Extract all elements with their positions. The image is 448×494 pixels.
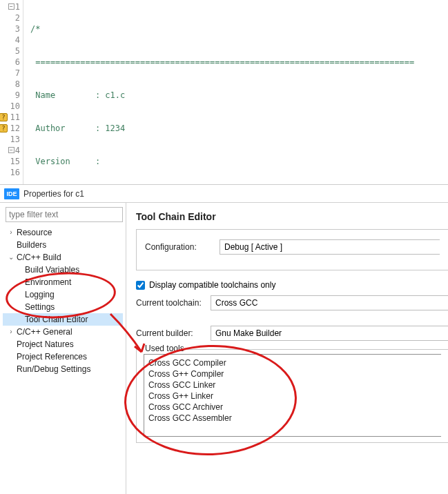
fold-icon[interactable]: − bbox=[8, 3, 14, 10]
tree-item-ccbuild[interactable]: ⌄C/C++ Build bbox=[3, 251, 123, 264]
tree-item-rundebug[interactable]: Run/Debug Settings bbox=[3, 363, 123, 375]
fold-icon[interactable]: − bbox=[8, 147, 14, 153]
page-title: Tool Chain Editor bbox=[136, 211, 448, 222]
tree-item-builders[interactable]: Builders bbox=[3, 239, 123, 251]
list-item[interactable]: Cross G++ Compiler bbox=[148, 368, 437, 379]
ide-icon: IDE bbox=[4, 188, 19, 199]
chevron-down-icon: ⌄ bbox=[7, 251, 15, 264]
filter-input[interactable] bbox=[6, 207, 123, 222]
chevron-right-icon: › bbox=[7, 226, 15, 239]
code-editor[interactable]: −1 2 3 4 5 6 7 8 9 10 ?11 ?12 13 −14 15 … bbox=[0, 0, 448, 185]
warning-icon[interactable]: ? bbox=[0, 113, 8, 121]
list-item[interactable]: Cross GCC Archiver bbox=[148, 402, 437, 413]
tree-item-toolchain-editor[interactable]: Tool Chain Editor bbox=[3, 313, 123, 326]
list-item[interactable]: Cross GCC Assembler bbox=[148, 413, 437, 424]
toolchain-editor-pane: Tool Chain Editor Configuration: Debug [… bbox=[126, 203, 448, 494]
list-item[interactable]: Cross GCC Linker bbox=[148, 379, 437, 391]
current-toolchain-label: Current toolchain: bbox=[136, 298, 211, 308]
tree-item-project-natures[interactable]: Project Natures bbox=[3, 338, 123, 350]
configuration-select[interactable]: Debug [ Active ] bbox=[220, 239, 440, 255]
list-item[interactable]: Cross GCC Compiler bbox=[148, 357, 437, 368]
used-tools-group: Used tools Cross GCC Compiler Cross G++ … bbox=[136, 349, 448, 443]
current-builder-label: Current builder: bbox=[136, 328, 211, 338]
properties-tree-pane: ›Resource Builders ⌄C/C++ Build Build Va… bbox=[0, 203, 126, 494]
compat-toolchains-label: Display compatible toolchains only bbox=[149, 280, 275, 290]
tree-item-logging[interactable]: Logging bbox=[3, 288, 123, 301]
dialog-title: Properties for c1 bbox=[23, 189, 84, 199]
used-tools-label: Used tools bbox=[142, 344, 187, 353]
tree-item-project-references[interactable]: Project References bbox=[3, 350, 123, 363]
tree-item-resource[interactable]: ›Resource bbox=[3, 226, 123, 239]
list-item[interactable]: Cross G++ Linker bbox=[148, 391, 437, 402]
warning-icon[interactable]: ? bbox=[0, 124, 8, 132]
current-toolchain-select[interactable]: Cross GCC bbox=[211, 295, 448, 310]
dialog-title-bar: IDE Properties for c1 bbox=[0, 185, 448, 203]
tree-item-settings[interactable]: Settings bbox=[3, 301, 123, 313]
tree-item-ccgeneral[interactable]: ›C/C++ General bbox=[3, 326, 123, 338]
code-area[interactable]: /* =====================================… bbox=[23, 0, 448, 184]
tree-item-environment[interactable]: Environment bbox=[3, 276, 123, 288]
chevron-right-icon: › bbox=[7, 326, 15, 338]
line-gutter: −1 2 3 4 5 6 7 8 9 10 ?11 ?12 13 −14 15 … bbox=[0, 0, 23, 184]
used-tools-list[interactable]: Cross GCC Compiler Cross G++ Compiler Cr… bbox=[144, 354, 441, 437]
compat-toolchains-checkbox[interactable] bbox=[136, 281, 145, 290]
tree-item-build-variables[interactable]: Build Variables bbox=[3, 264, 123, 276]
properties-tree[interactable]: ›Resource Builders ⌄C/C++ Build Build Va… bbox=[3, 226, 123, 375]
configuration-label: Configuration: bbox=[145, 242, 220, 252]
current-builder-select[interactable]: Gnu Make Builder bbox=[211, 326, 448, 341]
